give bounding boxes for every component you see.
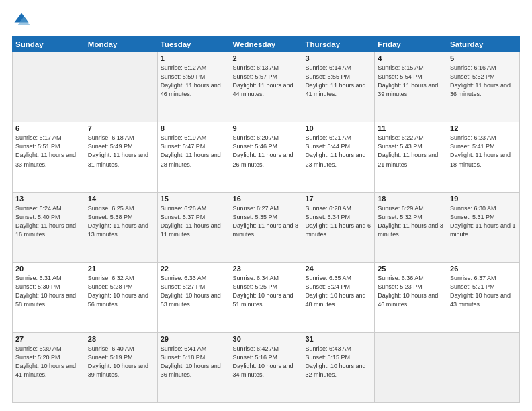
weekday-header-thursday: Thursday: [302, 37, 375, 52]
weekday-header-monday: Monday: [85, 37, 157, 52]
calendar-week-2: 6Sunrise: 6:17 AM Sunset: 5:51 PM Daylig…: [13, 122, 520, 192]
weekday-header-sunday: Sunday: [13, 37, 85, 52]
day-number: 2: [233, 54, 300, 62]
day-info: Sunrise: 6:36 AM Sunset: 5:23 PM Dayligh…: [378, 274, 444, 309]
calendar-cell: 16Sunrise: 6:27 AM Sunset: 5:35 PM Dayli…: [230, 192, 302, 262]
calendar-cell: 17Sunrise: 6:28 AM Sunset: 5:34 PM Dayli…: [302, 192, 375, 262]
day-number: 20: [15, 265, 82, 273]
day-number: 25: [378, 265, 444, 273]
day-number: 4: [378, 54, 444, 62]
calendar-cell: 5Sunrise: 6:16 AM Sunset: 5:52 PM Daylig…: [447, 52, 520, 122]
day-info: Sunrise: 6:30 AM Sunset: 5:31 PM Dayligh…: [450, 204, 517, 239]
day-info: Sunrise: 6:33 AM Sunset: 5:27 PM Dayligh…: [161, 274, 227, 309]
day-number: 18: [378, 195, 444, 203]
calendar-cell: 28Sunrise: 6:40 AM Sunset: 5:19 PM Dayli…: [85, 332, 157, 402]
logo-icon: [12, 11, 31, 30]
calendar-table: SundayMondayTuesdayWednesdayThursdayFrid…: [12, 36, 520, 403]
day-number: 6: [15, 124, 82, 132]
day-info: Sunrise: 6:39 AM Sunset: 5:20 PM Dayligh…: [15, 345, 82, 379]
day-info: Sunrise: 6:14 AM Sunset: 5:55 PM Dayligh…: [305, 64, 371, 99]
calendar-cell: 14Sunrise: 6:25 AM Sunset: 5:38 PM Dayli…: [85, 192, 157, 262]
calendar-header: SundayMondayTuesdayWednesdayThursdayFrid…: [13, 37, 520, 52]
day-info: Sunrise: 6:31 AM Sunset: 5:30 PM Dayligh…: [15, 274, 82, 309]
day-number: 12: [450, 124, 517, 132]
calendar-cell: [447, 332, 520, 402]
calendar-cell: 20Sunrise: 6:31 AM Sunset: 5:30 PM Dayli…: [13, 263, 85, 332]
calendar-body: 1Sunrise: 6:12 AM Sunset: 5:59 PM Daylig…: [13, 52, 520, 403]
day-info: Sunrise: 6:40 AM Sunset: 5:19 PM Dayligh…: [88, 345, 154, 379]
weekday-header-saturday: Saturday: [447, 37, 520, 52]
calendar-cell: 30Sunrise: 6:42 AM Sunset: 5:16 PM Dayli…: [230, 332, 302, 402]
calendar-cell: 2Sunrise: 6:13 AM Sunset: 5:57 PM Daylig…: [230, 52, 302, 122]
calendar-cell: 29Sunrise: 6:41 AM Sunset: 5:18 PM Dayli…: [157, 332, 230, 402]
day-info: Sunrise: 6:16 AM Sunset: 5:52 PM Dayligh…: [450, 64, 517, 99]
weekday-header-wednesday: Wednesday: [230, 37, 302, 52]
calendar-cell: 15Sunrise: 6:26 AM Sunset: 5:37 PM Dayli…: [157, 192, 230, 262]
day-number: 31: [305, 335, 371, 343]
day-number: 13: [15, 195, 82, 203]
day-number: 14: [88, 195, 154, 203]
day-info: Sunrise: 6:21 AM Sunset: 5:44 PM Dayligh…: [305, 134, 371, 169]
day-number: 17: [305, 195, 371, 203]
day-info: Sunrise: 6:34 AM Sunset: 5:25 PM Dayligh…: [233, 274, 300, 309]
day-info: Sunrise: 6:27 AM Sunset: 5:35 PM Dayligh…: [233, 204, 300, 239]
calendar-cell: [13, 52, 85, 122]
calendar-cell: 4Sunrise: 6:15 AM Sunset: 5:54 PM Daylig…: [375, 52, 447, 122]
calendar-cell: 26Sunrise: 6:37 AM Sunset: 5:21 PM Dayli…: [447, 263, 520, 332]
calendar-cell: 13Sunrise: 6:24 AM Sunset: 5:40 PM Dayli…: [13, 192, 85, 262]
day-info: Sunrise: 6:43 AM Sunset: 5:15 PM Dayligh…: [305, 345, 371, 379]
day-number: 22: [161, 265, 227, 273]
day-info: Sunrise: 6:17 AM Sunset: 5:51 PM Dayligh…: [15, 134, 82, 169]
day-number: 27: [15, 335, 82, 343]
day-number: 10: [305, 124, 371, 132]
calendar-cell: 22Sunrise: 6:33 AM Sunset: 5:27 PM Dayli…: [157, 263, 230, 332]
day-number: 28: [88, 335, 154, 343]
calendar-cell: 11Sunrise: 6:22 AM Sunset: 5:43 PM Dayli…: [375, 122, 447, 192]
calendar-cell: [375, 332, 447, 402]
day-number: 9: [233, 124, 300, 132]
day-number: 24: [305, 265, 371, 273]
calendar-cell: 31Sunrise: 6:43 AM Sunset: 5:15 PM Dayli…: [302, 332, 375, 402]
day-number: 26: [450, 265, 517, 273]
calendar-week-4: 20Sunrise: 6:31 AM Sunset: 5:30 PM Dayli…: [13, 263, 520, 332]
day-number: 15: [161, 195, 227, 203]
calendar-cell: [85, 52, 157, 122]
day-info: Sunrise: 6:23 AM Sunset: 5:41 PM Dayligh…: [450, 134, 517, 169]
calendar-cell: 23Sunrise: 6:34 AM Sunset: 5:25 PM Dayli…: [230, 263, 302, 332]
calendar-cell: 18Sunrise: 6:29 AM Sunset: 5:32 PM Dayli…: [375, 192, 447, 262]
day-number: 29: [161, 335, 227, 343]
day-info: Sunrise: 6:13 AM Sunset: 5:57 PM Dayligh…: [233, 64, 300, 99]
calendar-cell: 3Sunrise: 6:14 AM Sunset: 5:55 PM Daylig…: [302, 52, 375, 122]
day-number: 30: [233, 335, 300, 343]
day-info: Sunrise: 6:19 AM Sunset: 5:47 PM Dayligh…: [161, 134, 227, 169]
calendar-cell: 8Sunrise: 6:19 AM Sunset: 5:47 PM Daylig…: [157, 122, 230, 192]
calendar-cell: 19Sunrise: 6:30 AM Sunset: 5:31 PM Dayli…: [447, 192, 520, 262]
calendar-cell: 7Sunrise: 6:18 AM Sunset: 5:49 PM Daylig…: [85, 122, 157, 192]
weekday-header-friday: Friday: [375, 37, 447, 52]
day-info: Sunrise: 6:18 AM Sunset: 5:49 PM Dayligh…: [88, 134, 154, 169]
day-info: Sunrise: 6:25 AM Sunset: 5:38 PM Dayligh…: [88, 204, 154, 239]
header: [12, 11, 520, 30]
calendar-cell: 6Sunrise: 6:17 AM Sunset: 5:51 PM Daylig…: [13, 122, 85, 192]
calendar-cell: 25Sunrise: 6:36 AM Sunset: 5:23 PM Dayli…: [375, 263, 447, 332]
day-number: 23: [233, 265, 300, 273]
day-number: 11: [378, 124, 444, 132]
calendar-week-5: 27Sunrise: 6:39 AM Sunset: 5:20 PM Dayli…: [13, 332, 520, 402]
day-number: 3: [305, 54, 371, 62]
calendar-week-1: 1Sunrise: 6:12 AM Sunset: 5:59 PM Daylig…: [13, 52, 520, 122]
day-info: Sunrise: 6:42 AM Sunset: 5:16 PM Dayligh…: [233, 345, 300, 379]
day-number: 21: [88, 265, 154, 273]
day-number: 16: [233, 195, 300, 203]
calendar-cell: 12Sunrise: 6:23 AM Sunset: 5:41 PM Dayli…: [447, 122, 520, 192]
day-number: 19: [450, 195, 517, 203]
day-info: Sunrise: 6:20 AM Sunset: 5:46 PM Dayligh…: [233, 134, 300, 169]
calendar-cell: 27Sunrise: 6:39 AM Sunset: 5:20 PM Dayli…: [13, 332, 85, 402]
day-number: 8: [161, 124, 227, 132]
calendar-cell: 21Sunrise: 6:32 AM Sunset: 5:28 PM Dayli…: [85, 263, 157, 332]
calendar-cell: 1Sunrise: 6:12 AM Sunset: 5:59 PM Daylig…: [157, 52, 230, 122]
day-info: Sunrise: 6:26 AM Sunset: 5:37 PM Dayligh…: [161, 204, 227, 239]
calendar-cell: 10Sunrise: 6:21 AM Sunset: 5:44 PM Dayli…: [302, 122, 375, 192]
day-info: Sunrise: 6:37 AM Sunset: 5:21 PM Dayligh…: [450, 274, 517, 309]
day-info: Sunrise: 6:32 AM Sunset: 5:28 PM Dayligh…: [88, 274, 154, 309]
calendar-week-3: 13Sunrise: 6:24 AM Sunset: 5:40 PM Dayli…: [13, 192, 520, 262]
